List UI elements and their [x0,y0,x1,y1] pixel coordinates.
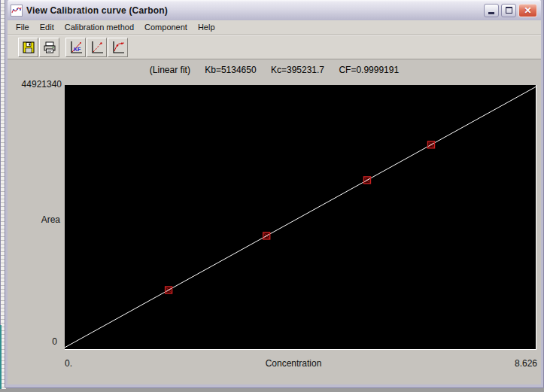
kb-value: Kb=5134650 [205,65,256,75]
y-axis-max-label: 44921340 [14,79,62,90]
calibration-scribble-icon [11,5,23,17]
x-axis-min-label: 0. [65,358,72,369]
kc-value: Kc=395231.7 [271,65,324,75]
floppy-disk-icon [21,40,36,55]
chart-point-curve-icon [111,40,126,55]
window-title: View Calibration curve (Carbon) [26,5,482,16]
close-icon: ✕ [524,6,531,15]
x-axis-max-label: 8.626 [515,358,537,369]
cf-value: CF=0.9999191 [339,65,399,75]
x-axis-row: 0. Concentration 8.626 [65,358,537,369]
fit-type-label: (Linear fit) [150,65,190,75]
calibration-plot[interactable] [65,85,536,350]
x-axis-title: Concentration [266,358,322,369]
save-button[interactable] [18,38,38,57]
point-curve-button[interactable] [108,38,128,57]
chart-linear-line-icon [90,40,105,55]
menubar: File Edit Calibration method Component H… [8,20,541,35]
close-button[interactable]: ✕ [518,4,537,17]
calibration-window: View Calibration curve (Carbon) ✕ File E… [5,0,544,388]
menu-file[interactable]: File [11,21,35,34]
toolbar: KF [8,35,541,59]
background-accent [0,325,2,389]
menu-edit[interactable]: Edit [35,21,59,34]
print-button[interactable] [39,38,59,57]
minimize-button[interactable] [484,4,499,17]
y-axis-min-label: 0 [38,336,57,347]
printer-icon [42,40,57,55]
fit-statistics: (Linear fit) Kb=5134650 Kc=395231.7 CF=0… [8,65,541,75]
minimize-icon [488,12,494,14]
chart-rf-icon: KF [68,40,84,55]
linear-fit-curve-button[interactable] [87,38,107,57]
calibration-plot-svg [65,85,536,350]
menu-help[interactable]: Help [193,21,220,34]
svg-text:KF: KF [74,47,81,52]
maximize-button[interactable] [501,4,516,17]
titlebar[interactable]: View Calibration curve (Carbon) ✕ [8,0,541,20]
menu-component[interactable]: Component [139,21,193,34]
menu-calibration-method[interactable]: Calibration method [59,21,139,34]
maximize-icon [506,7,512,14]
y-axis-title: Area [27,214,60,225]
response-factor-curve-button[interactable]: KF [65,38,86,57]
plot-client-area: (Linear fit) Kb=5134650 Kc=395231.7 CF=0… [8,59,541,384]
